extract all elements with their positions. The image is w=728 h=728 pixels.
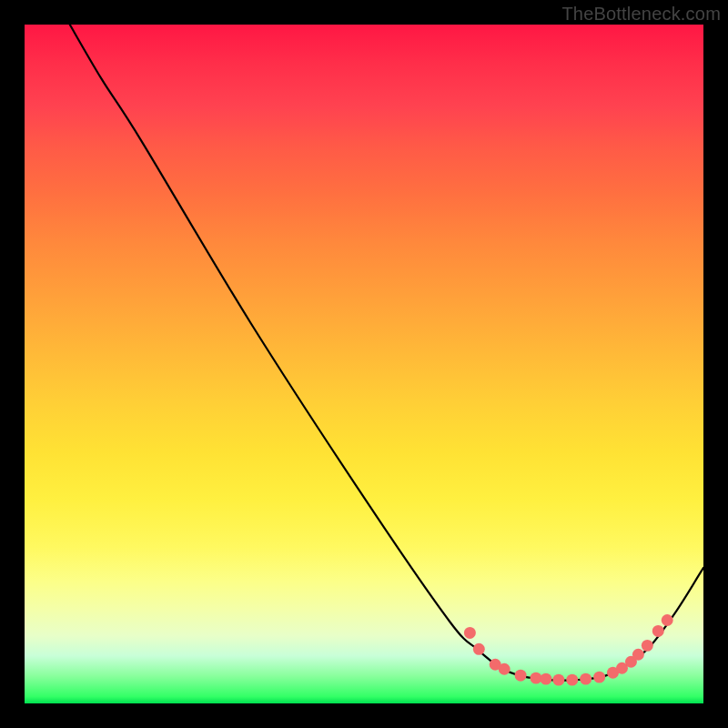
data-dot (642, 640, 653, 652)
data-dot (464, 627, 476, 639)
chart-frame (23, 23, 705, 705)
data-dot (552, 674, 564, 686)
data-dot (540, 673, 551, 685)
data-dot (499, 663, 511, 675)
data-dot (662, 614, 673, 626)
data-dot (632, 649, 644, 661)
watermark-text: TheBottleneck.com (561, 4, 721, 25)
data-dot (515, 670, 527, 682)
data-dot (473, 643, 485, 655)
data-dot (531, 672, 542, 684)
data-dot (652, 625, 664, 637)
data-dot (580, 673, 592, 685)
data-dot (593, 672, 605, 683)
data-dots-layer (25, 25, 703, 703)
data-dot (566, 674, 578, 686)
